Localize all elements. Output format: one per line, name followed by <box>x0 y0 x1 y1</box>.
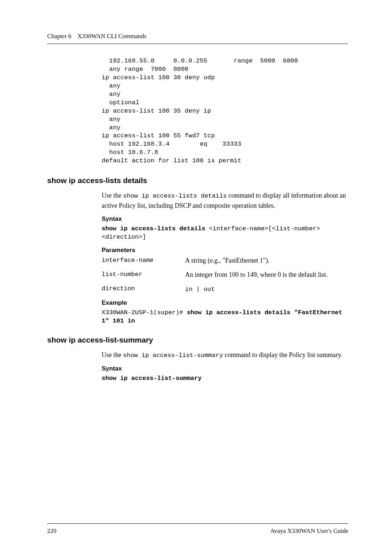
section2-intro: Use the show ip access-list-summary comm… <box>102 350 348 360</box>
header-rule <box>47 44 348 44</box>
section-heading-summary: show ip access-list-summary <box>47 336 348 344</box>
syntax-command: show ip access-lists details <box>102 225 205 232</box>
syntax-command: show ip access-list-summary <box>102 375 201 382</box>
param-value: A string (e.g., "FastEthernet 1"). <box>185 257 348 264</box>
example-code: X330WAN-2USP-1(super)# show ip access-li… <box>102 309 348 325</box>
syntax-line: show ip access-lists details <interface-… <box>102 225 348 242</box>
syntax-heading: Syntax <box>102 365 348 372</box>
parameters-table: interface-name A string (e.g., "FastEthe… <box>102 257 348 293</box>
footer-rule <box>47 523 348 524</box>
syntax-line: show ip access-list-summary <box>102 374 348 383</box>
param-key: list-number <box>102 271 185 279</box>
section1-intro: Use the show ip access-lists details com… <box>102 191 348 210</box>
syntax-heading: Syntax <box>102 215 348 223</box>
cli-output-block: 192.168.55.0 0.0.0.255 range 5000 6000 a… <box>102 57 348 165</box>
param-row: direction in | out <box>102 285 348 293</box>
page-number: 220 <box>47 527 57 535</box>
param-row: interface-name A string (e.g., "FastEthe… <box>102 257 348 264</box>
param-value: An integer from 100 to 149, where 0 is t… <box>185 271 348 279</box>
page-header: Chapter 6 X330WAN CLI Commands <box>47 33 348 40</box>
param-value: in | out <box>185 285 348 293</box>
parameters-heading: Parameters <box>102 247 348 254</box>
example-heading: Example <box>102 299 348 307</box>
section-heading-details: show ip access-lists details <box>47 176 348 185</box>
chapter-label: Chapter 6 <box>47 33 72 40</box>
param-row: list-number An integer from 100 to 149, … <box>102 271 348 279</box>
inline-command: show ip access-lists details <box>123 193 227 199</box>
header-title: X330WAN CLI Commands <box>78 33 147 40</box>
param-key: interface-name <box>102 257 185 264</box>
guide-name: Avaya X330WAN User's Guide <box>270 527 348 535</box>
param-key: direction <box>102 285 185 293</box>
inline-command: show ip access-list-summary <box>123 352 223 359</box>
page-footer: 220 Avaya X330WAN User's Guide <box>47 523 348 535</box>
